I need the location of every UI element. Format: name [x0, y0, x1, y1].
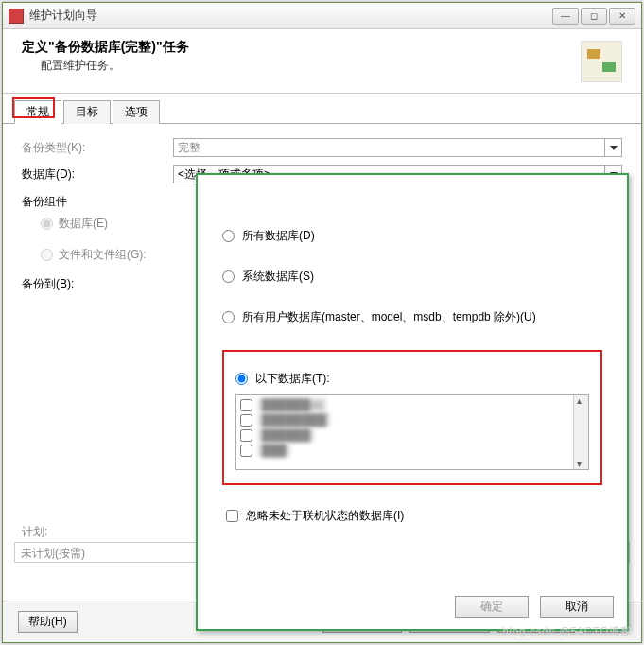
list-item[interactable]: ██████ [240, 427, 584, 443]
list-item[interactable]: ██████xo [240, 397, 584, 412]
ok-button[interactable]: 确定 [455, 596, 529, 618]
wizard-header: 定义"备份数据库(完整)"任务 配置维护任务。 [3, 29, 641, 94]
maximize-button[interactable]: ◻ [581, 8, 607, 25]
radio-all-databases[interactable]: 所有数据库(D) [222, 228, 602, 244]
minimize-button[interactable]: — [552, 8, 579, 25]
backup-type-value: 完整 [178, 140, 200, 156]
backup-type-dropdown[interactable]: 完整 [173, 138, 622, 157]
radio-input[interactable] [222, 311, 235, 323]
header-subtitle: 配置维护任务。 [41, 58, 622, 74]
cancel-button[interactable]: 取消 [540, 596, 614, 618]
database-select-popup: 所有数据库(D) 系统数据库(S) 所有用户数据库(master、model、m… [196, 173, 629, 631]
component-label: 备份组件 [22, 194, 173, 210]
radio-input[interactable] [222, 230, 235, 242]
chevron-down-icon [604, 139, 621, 156]
window-title: 维护计划向导 [29, 8, 552, 24]
radio-input[interactable] [222, 270, 235, 283]
help-button[interactable]: 帮助(H) [18, 611, 78, 633]
database-list[interactable]: ██████xo ████████ ██████ ███ [235, 394, 589, 470]
radio-user-databases[interactable]: 所有用户数据库(master、model、msdb、tempdb 除外)(U) [222, 309, 602, 325]
wizard-window: 维护计划向导 — ◻ ✕ 定义"备份数据库(完整)"任务 配置维护任务。 常规 … [2, 2, 642, 643]
header-icon [581, 41, 622, 82]
radio-input[interactable] [235, 373, 248, 385]
radio-system-databases[interactable]: 系统数据库(S) [222, 269, 602, 285]
tab-target[interactable]: 目标 [63, 100, 111, 124]
radio-input[interactable] [41, 218, 53, 230]
titlebar: 维护计划向导 — ◻ ✕ [3, 3, 641, 29]
tab-options[interactable]: 选项 [113, 100, 160, 124]
tab-general[interactable]: 常规 [14, 100, 61, 124]
scrollbar[interactable] [573, 395, 588, 469]
window-controls: — ◻ ✕ [552, 8, 635, 25]
backup-type-label: 备份类型(K): [22, 140, 173, 156]
annotation-highlight: 以下数据库(T): ██████xo ████████ ██████ ███ [222, 350, 602, 485]
database-label: 数据库(D): [22, 166, 173, 183]
app-icon [9, 9, 24, 24]
list-item[interactable]: ███ [240, 443, 584, 458]
tab-strip: 常规 目标 选项 [3, 99, 641, 124]
header-title: 定义"备份数据库(完整)"任务 [22, 39, 622, 56]
ignore-offline-checkbox[interactable]: 忽略未处于联机状态的数据库(I) [226, 508, 602, 524]
list-item[interactable]: ████████ [240, 412, 584, 427]
radio-these-databases[interactable]: 以下数据库(T): [235, 371, 589, 387]
close-button[interactable]: ✕ [609, 8, 635, 25]
checkbox-input[interactable] [226, 510, 238, 522]
radio-input[interactable] [41, 249, 53, 261]
